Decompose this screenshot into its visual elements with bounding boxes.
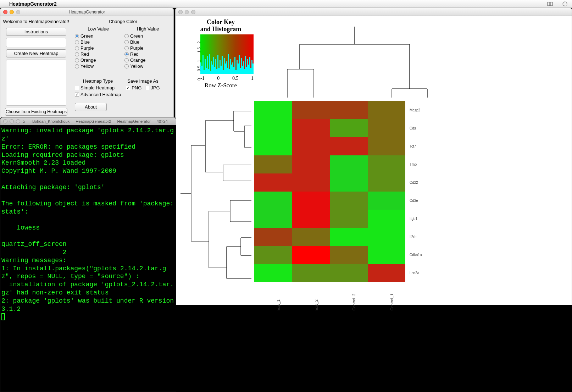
heatmap-cell (368, 192, 406, 210)
heatmap-cell (330, 155, 368, 173)
plot-window: Color Key and Histogram Count 21.510.50 … (175, 8, 572, 305)
low-red-label: Red (80, 51, 89, 57)
heatmap-cell (330, 173, 368, 192)
heatmap-cell (292, 137, 330, 155)
window-traffic-lights[interactable] (3, 10, 20, 14)
color-key-xlabel: Row Z-Score (186, 82, 255, 89)
heatmap-col-label: Exp_1 (266, 273, 281, 311)
heatmap-cell (292, 228, 330, 246)
plot-close-icon[interactable] (178, 10, 183, 14)
png-label: PNG (132, 85, 141, 90)
menubar: HeatmapGenerator2 (0, 0, 572, 8)
jpg-label: JPG (151, 85, 160, 90)
low-green-radio[interactable]: Green (75, 33, 122, 39)
heatmap-cell (368, 246, 406, 264)
term-close-icon[interactable] (3, 119, 7, 123)
heatmap-cell (368, 137, 406, 155)
low-yellow-radio[interactable]: Yellow (75, 63, 122, 69)
high-purple-label: Purple (130, 45, 144, 51)
minimize-icon[interactable] (10, 10, 14, 14)
heatmap-cell (368, 173, 406, 192)
heatmap-cell (254, 210, 292, 228)
tray-icon-2[interactable] (562, 1, 568, 7)
plot-zoom-icon[interactable] (191, 10, 195, 14)
simple-heatmap-checkbox[interactable]: Simple Heatmap (75, 85, 121, 90)
colorkey-xtick: 1 (251, 76, 254, 81)
low-purple-radio[interactable]: Purple (75, 45, 122, 51)
heatmap-cell (292, 192, 330, 210)
high-orange-label: Orange (130, 57, 145, 63)
heatmap-cell (292, 119, 330, 137)
heatmap-cell (368, 119, 406, 137)
term-minimize-icon[interactable] (10, 119, 14, 123)
advanced-heatmap-label: Advanced Heatmap (80, 92, 121, 97)
high-value-header: High Value (124, 26, 171, 32)
colorkey-xtick: 0.5 (232, 76, 239, 81)
close-icon[interactable] (3, 10, 7, 14)
colorkey-xtick: 0 (217, 76, 220, 81)
instructions-button[interactable]: Instructions (6, 28, 66, 36)
heatmap-col-label: Control_2 (341, 273, 356, 311)
high-orange-radio[interactable]: Orange (124, 57, 171, 63)
plot-minimize-icon[interactable] (185, 10, 189, 14)
row-dendrogram (181, 101, 251, 282)
term-zoom-icon[interactable] (16, 119, 20, 123)
change-color-label: Change Color (75, 19, 171, 24)
plot-titlebar[interactable] (176, 8, 572, 16)
jpg-checkbox[interactable]: JPG (145, 85, 160, 90)
low-orange-radio[interactable]: Orange (75, 57, 122, 63)
low-red-radio[interactable]: Red (75, 51, 122, 57)
high-green-radio[interactable]: Green (124, 33, 171, 39)
colorkey-ytick: 0 (197, 75, 201, 80)
color-key: Color Key and Histogram Count 21.510.50 … (186, 19, 255, 89)
heatmap-row-label: Cd22 (408, 173, 422, 192)
low-purple-label: Purple (80, 45, 94, 51)
terminal-titlebar[interactable]: ⌂ Bohdan_Khomtchouk — HeatmapGenerator2 … (0, 117, 176, 125)
heatmap-cell (330, 246, 368, 264)
heatmap-cell (368, 101, 406, 119)
filename-input[interactable] (6, 38, 66, 47)
radio-icon (75, 52, 79, 56)
png-checkbox[interactable]: PNG (126, 85, 141, 90)
high-blue-radio[interactable]: Blue (124, 39, 171, 45)
heatmap-cell (368, 155, 406, 173)
terminal-cursor (1, 313, 5, 320)
heatmap-list[interactable] (6, 60, 66, 106)
heatmap-type-header: Heatmap Type (75, 78, 121, 84)
high-yellow-label: Yellow (130, 64, 143, 69)
high-red-radio[interactable]: Red (124, 51, 171, 57)
terminal-title: Bohdan_Khomtchouk — HeatmapGenerator2 — … (27, 119, 173, 123)
heatmap-cell (330, 228, 368, 246)
terminal-output[interactable]: Warning: invalid package 'gplots_2.14.2.… (0, 125, 176, 324)
heatmap-row-label: Cd3e (408, 192, 422, 210)
high-purple-radio[interactable]: Purple (124, 45, 171, 51)
tray-icon-1[interactable] (547, 1, 553, 7)
heatmap-cell (254, 101, 292, 119)
welcome-label: Welcome to HeatmapGenerator! (3, 19, 70, 24)
active-app-name[interactable]: HeatmapGenerator2 (9, 1, 57, 7)
heatmap-cell (330, 101, 368, 119)
radio-icon (75, 34, 79, 38)
heatmap-row-label: Il2rb (408, 228, 422, 246)
about-button[interactable]: About (75, 103, 107, 111)
heatmap-row-label: Tmp (408, 155, 422, 173)
heatmap-cell (254, 173, 292, 192)
zoom-icon[interactable] (16, 10, 20, 14)
low-blue-radio[interactable]: Blue (75, 39, 122, 45)
low-green-label: Green (80, 33, 93, 39)
heatmap-col-label: Control_1 (379, 273, 394, 311)
advanced-heatmap-checkbox[interactable]: Advanced Heatmap (75, 92, 121, 97)
high-yellow-radio[interactable]: Yellow (124, 63, 171, 69)
heatmap-row-label: Cds (408, 119, 422, 137)
window-titlebar[interactable]: HeatmapGenerator (0, 8, 173, 16)
heatmap-cell (292, 210, 330, 228)
heatmap-cell (330, 192, 368, 210)
simple-heatmap-label: Simple Heatmap (80, 85, 115, 90)
heatmap-cell (330, 119, 368, 137)
heatmap-row-label: Itgb1 (408, 210, 422, 228)
heatmap-cell (254, 192, 292, 210)
create-heatmap-button[interactable]: Create New Heatmap (6, 49, 66, 57)
choose-existing-button[interactable]: Choose from Existing Heatmaps (5, 108, 67, 116)
high-red-label: Red (130, 51, 139, 57)
heatmap-cell (330, 210, 368, 228)
